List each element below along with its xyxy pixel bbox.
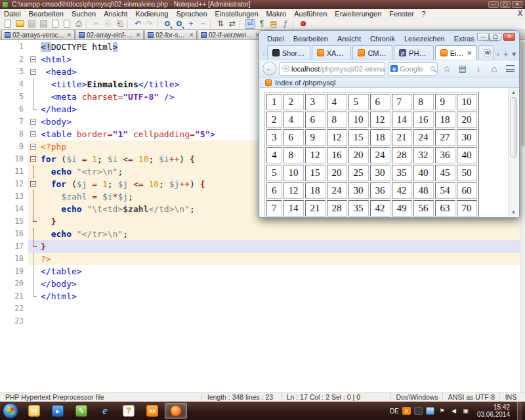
xampp-tray-icon[interactable]: X: [402, 407, 411, 415]
maximize-icon[interactable]: ▢: [490, 33, 501, 41]
fx-menu-item-chronik[interactable]: Chronik: [366, 35, 399, 43]
flag-icon[interactable]: ⚑: [438, 407, 446, 415]
xampp-icon[interactable]: XX: [141, 403, 163, 419]
fold-box[interactable]: [30, 156, 36, 162]
php-help-icon[interactable]: ?: [117, 403, 140, 419]
editor-scrollbar[interactable]: [520, 40, 525, 392]
firefox-window[interactable]: DateiBearbeitenAnsichtChronikLesezeichen…: [259, 30, 520, 218]
fold-marker[interactable]: [28, 153, 38, 165]
editor-scrollbar-thumb[interactable]: [521, 41, 525, 146]
menu-item-suchen[interactable]: Suchen: [68, 9, 100, 18]
fold-box[interactable]: [30, 131, 36, 137]
close-icon[interactable]: [50, 19, 60, 29]
code-line-23[interactable]: 23: [0, 315, 525, 327]
record-macro-icon[interactable]: [298, 19, 308, 29]
copy-icon[interactable]: ⎘: [103, 19, 114, 29]
fold-marker[interactable]: [28, 140, 38, 153]
menu-item-sprachen[interactable]: Sprachen: [172, 9, 211, 18]
back-button[interactable]: ←: [262, 62, 276, 75]
start-button[interactable]: [3, 403, 18, 419]
status-eol[interactable]: Dos\Windows: [391, 393, 443, 402]
menu-item-help[interactable]: ?: [418, 9, 430, 18]
fold-marker[interactable]: [28, 128, 38, 140]
fx-menu-item-bearbeiten[interactable]: Bearbeiten: [289, 35, 332, 43]
close-tab-icon[interactable]: ✕: [467, 50, 472, 56]
firefox-icon[interactable]: [165, 403, 187, 419]
list-all-tabs-icon[interactable]: ▾: [510, 48, 518, 60]
search-input[interactable]: g Google: [388, 62, 438, 75]
bookmarks-list-icon[interactable]: ▤: [456, 62, 469, 75]
fold-box[interactable]: [30, 144, 36, 150]
new-tab-icon[interactable]: +: [501, 48, 511, 60]
code-line-18[interactable]: 18?>: [0, 253, 525, 265]
browser-tab-1[interactable]: Shortcuts: [267, 45, 310, 60]
file-tab-3[interactable]: 02-for-schleife.php✕: [144, 30, 197, 39]
browser-tab-3[interactable]: CMSOD ...: [352, 45, 392, 60]
explorer-icon[interactable]: ▤: [23, 403, 45, 419]
word-wrap-icon[interactable]: ⏎: [245, 19, 255, 29]
browser-tab-5[interactable]: Einma...✕: [435, 45, 477, 60]
fold-box[interactable]: [30, 56, 36, 62]
language-indicator[interactable]: DE: [390, 408, 399, 415]
browser-tab-2[interactable]: XAMPP 1...: [312, 45, 352, 60]
network-icon[interactable]: ▣: [461, 407, 470, 415]
file-tab-2[interactable]: 02-array-einf-mit-html5.php✕: [75, 30, 144, 39]
code-line-17[interactable]: 17}: [0, 240, 525, 253]
find-icon[interactable]: [162, 19, 173, 29]
status-encoding[interactable]: ANSI as UTF-8: [443, 393, 500, 402]
menu-item-kodierung[interactable]: Kodierung: [131, 9, 172, 18]
home-icon[interactable]: ⌂: [488, 62, 501, 75]
search-engine-icon[interactable]: g: [390, 65, 398, 72]
code-line-19[interactable]: 19</table>: [0, 265, 525, 278]
menu-item-fenster[interactable]: Fenster: [385, 9, 417, 18]
zoom-out-icon[interactable]: −: [198, 19, 208, 29]
zoom-in-icon[interactable]: +: [186, 19, 196, 29]
search-icon[interactable]: [430, 66, 435, 71]
fx-menu-item-ansicht[interactable]: Ansicht: [333, 35, 365, 43]
menu-item-ausführen[interactable]: Ausführen: [290, 9, 331, 18]
maximize-icon[interactable]: ▢: [500, 1, 511, 8]
doc-map-icon[interactable]: ▤: [268, 19, 279, 29]
action-center-icon[interactable]: [426, 407, 434, 415]
close-tab-icon[interactable]: ✕: [189, 32, 194, 38]
minimize-icon[interactable]: —: [477, 33, 489, 41]
menu-item-makro[interactable]: Makro: [262, 9, 291, 18]
save-icon[interactable]: [26, 19, 37, 29]
fold-box[interactable]: [30, 119, 36, 125]
content-scrollbar-thumb[interactable]: [510, 97, 517, 158]
fold-box[interactable]: [30, 69, 36, 75]
close-icon[interactable]: ✕: [512, 1, 522, 8]
site-identity-icon[interactable]: ⊕: [282, 65, 289, 72]
keyboard-tray-icon[interactable]: [414, 407, 423, 415]
open-file-icon[interactable]: [14, 19, 25, 29]
browser-tab-4[interactable]: pPHP: Esc...: [394, 45, 434, 60]
downloads-icon[interactable]: ↓: [472, 62, 485, 75]
code-line-22[interactable]: 22: [0, 303, 525, 315]
file-tab-1[interactable]: 02-arrays-verschachtelt.php✕: [1, 30, 75, 39]
close-icon[interactable]: ✕: [503, 33, 515, 41]
code-line-20[interactable]: 20</body>: [0, 278, 525, 290]
media-player-icon[interactable]: ▸: [47, 403, 69, 419]
close-tab-icon[interactable]: ✕: [136, 32, 140, 38]
content-scrollbar[interactable]: ▲ ▼: [508, 88, 518, 217]
paste-icon[interactable]: ⎗: [115, 19, 125, 29]
fx-menu-item-extras[interactable]: Extras: [450, 35, 478, 43]
green-editor-icon[interactable]: ✎: [70, 403, 93, 419]
bookmark-item[interactable]: Index of /phpmysql: [275, 79, 335, 87]
minimize-icon[interactable]: —: [488, 1, 499, 8]
fx-menu-item-lesezeichen[interactable]: Lesezeichen: [400, 35, 449, 43]
volume-icon[interactable]: ◀: [450, 407, 458, 415]
close-document-icon[interactable]: X: [518, 10, 522, 17]
func-list-icon[interactable]: ƒ: [280, 19, 291, 29]
tab-scroll-right-icon[interactable]: ›: [495, 48, 501, 60]
scroll-down-icon[interactable]: ▼: [510, 209, 517, 216]
save-all-icon[interactable]: [38, 19, 49, 29]
fold-marker[interactable]: [28, 53, 38, 66]
show-symbol-icon[interactable]: ¶: [257, 19, 267, 29]
browser-tab-6[interactable]: WW: [478, 45, 494, 60]
code-line-21[interactable]: 21</html>: [0, 290, 525, 303]
menu-item-datei[interactable]: Datei: [0, 9, 25, 18]
cut-icon[interactable]: ✂: [91, 19, 102, 29]
menu-item-bearbeiten[interactable]: Bearbeiten: [25, 9, 68, 18]
url-bar[interactable]: ⊕ localhost/phpmysql/02-einmaleins.php ▼…: [279, 62, 385, 75]
